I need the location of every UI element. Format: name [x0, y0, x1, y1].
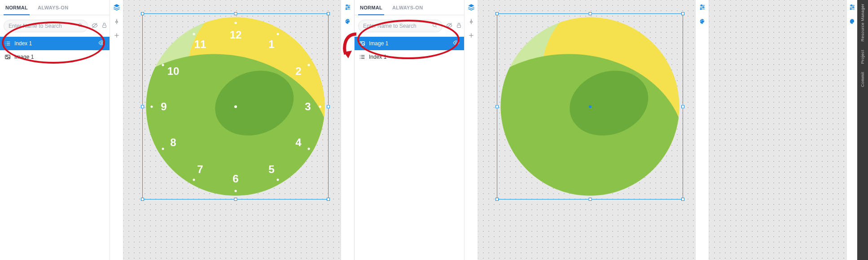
clock-center [234, 105, 237, 108]
resize-handle[interactable] [141, 198, 144, 201]
settings-sliders-icon[interactable] [699, 4, 706, 12]
clock-tick [277, 33, 279, 35]
tab-always-on[interactable]: ALWAYS-ON [390, 1, 425, 15]
clock-tick [308, 64, 310, 66]
layer-sidebar: NORMAL ALWAYS-ON [0, 0, 110, 260]
tab-bar: NORMAL ALWAYS-ON [355, 0, 464, 15]
search-input[interactable] [363, 23, 430, 29]
clock-face-index: 12 1 2 3 4 5 6 7 8 9 10 11 [143, 14, 328, 199]
layer-item-image[interactable]: Image 1 [355, 37, 464, 50]
settings-sliders-icon[interactable] [344, 4, 351, 12]
canvas[interactable]: 12 1 2 3 4 5 6 7 8 9 10 11 [123, 0, 341, 260]
svg-point-30 [433, 23, 436, 26]
layers-icon[interactable] [468, 4, 475, 12]
search-input-wrap[interactable] [358, 20, 443, 32]
properties-tool-strip [341, 0, 354, 260]
resize-handle[interactable] [141, 105, 144, 108]
clock-tick [193, 33, 195, 35]
plus-icon[interactable] [468, 32, 474, 40]
canvas[interactable] [478, 0, 695, 260]
layers-icon[interactable] [113, 4, 120, 12]
tab-bar: NORMAL ALWAYS-ON [0, 0, 110, 15]
panel-after: NORMAL ALWAYS-ON [355, 0, 709, 260]
layer-actions [446, 22, 462, 30]
tab-normal[interactable]: NORMAL [358, 1, 384, 15]
visibility-toggle-icon[interactable] [446, 22, 452, 30]
visibility-toggle-icon[interactable] [92, 22, 98, 30]
pin-icon[interactable] [468, 18, 474, 26]
layer-item-index[interactable]: Index 1 [0, 37, 110, 50]
search-icon [78, 23, 83, 30]
svg-point-10 [101, 42, 103, 44]
svg-line-1 [81, 26, 83, 27]
properties-tool-strip [846, 0, 857, 260]
resize-handle[interactable] [495, 12, 499, 15]
resize-handle[interactable] [234, 198, 237, 201]
svg-point-26 [346, 9, 347, 10]
clock-tick [235, 22, 237, 24]
dock-tab-commit[interactable]: Commit [860, 72, 865, 87]
resize-handle[interactable] [495, 198, 499, 201]
pin-icon[interactable] [114, 18, 120, 26]
dock-tab-resource-manager[interactable]: Resource Manager [860, 4, 865, 42]
svg-point-64 [852, 7, 854, 8]
search-input-wrap[interactable] [4, 20, 88, 32]
tab-normal[interactable]: NORMAL [4, 1, 30, 15]
plus-icon[interactable] [114, 32, 120, 40]
svg-point-28 [346, 20, 347, 21]
svg-rect-3 [103, 25, 106, 27]
clock-tick [162, 64, 164, 66]
resize-handle[interactable] [681, 198, 684, 201]
resize-handle[interactable] [327, 12, 330, 15]
paint-icon[interactable] [699, 18, 706, 27]
canvas-extra[interactable] [709, 0, 846, 260]
search-input[interactable] [9, 23, 76, 29]
layer-list: Image 1 Index 1 [355, 35, 464, 64]
lock-icon[interactable] [101, 22, 107, 30]
clock-number: 8 [170, 136, 176, 149]
dock-tab-project[interactable]: Project [860, 50, 865, 64]
resize-handle[interactable] [234, 12, 237, 15]
svg-point-57 [700, 21, 701, 22]
resize-handle[interactable] [588, 12, 592, 15]
resize-handle[interactable] [681, 12, 684, 15]
clock-number: 5 [268, 163, 274, 176]
resize-handle[interactable] [141, 12, 144, 15]
layer-item-image[interactable]: Image 1 [0, 50, 110, 64]
paint-icon[interactable] [849, 18, 856, 27]
clock-number: 10 [167, 65, 180, 78]
resize-handle[interactable] [495, 105, 499, 108]
layer-sidebar: NORMAL ALWAYS-ON [355, 0, 465, 260]
svg-point-35 [361, 43, 362, 43]
svg-point-63 [850, 5, 852, 6]
paint-icon[interactable] [344, 18, 351, 27]
clock-number: 12 [230, 29, 242, 41]
selection-bounds[interactable] [497, 13, 683, 199]
clock-number: 1 [268, 38, 274, 51]
tool-strip [465, 0, 478, 260]
tab-always-on[interactable]: ALWAYS-ON [36, 1, 70, 15]
lock-icon[interactable] [456, 22, 462, 30]
layer-item-index[interactable]: Index 1 [355, 50, 464, 64]
index-icon [359, 54, 365, 60]
resize-handle[interactable] [327, 198, 330, 201]
settings-sliders-icon[interactable] [849, 4, 856, 12]
resize-handle[interactable] [327, 105, 330, 108]
visibility-on-icon[interactable] [98, 39, 105, 48]
svg-point-55 [702, 7, 704, 8]
resize-handle[interactable] [681, 105, 684, 108]
layer-list: Index 1 Image 1 [0, 35, 110, 64]
clock-tick [277, 179, 279, 181]
layer-actions [92, 22, 107, 30]
clock-number: 7 [197, 163, 203, 176]
svg-point-24 [346, 5, 347, 6]
svg-point-56 [700, 9, 701, 10]
resize-handle[interactable] [588, 198, 592, 201]
selection-bounds[interactable]: 12 1 2 3 4 5 6 7 8 9 10 11 [142, 13, 329, 199]
layer-label: Index 1 [369, 54, 386, 60]
clock-number: 2 [295, 65, 301, 78]
image-icon [359, 41, 365, 46]
clock-tick [193, 179, 195, 181]
visibility-on-icon[interactable] [453, 39, 460, 48]
tool-strip [110, 0, 123, 260]
